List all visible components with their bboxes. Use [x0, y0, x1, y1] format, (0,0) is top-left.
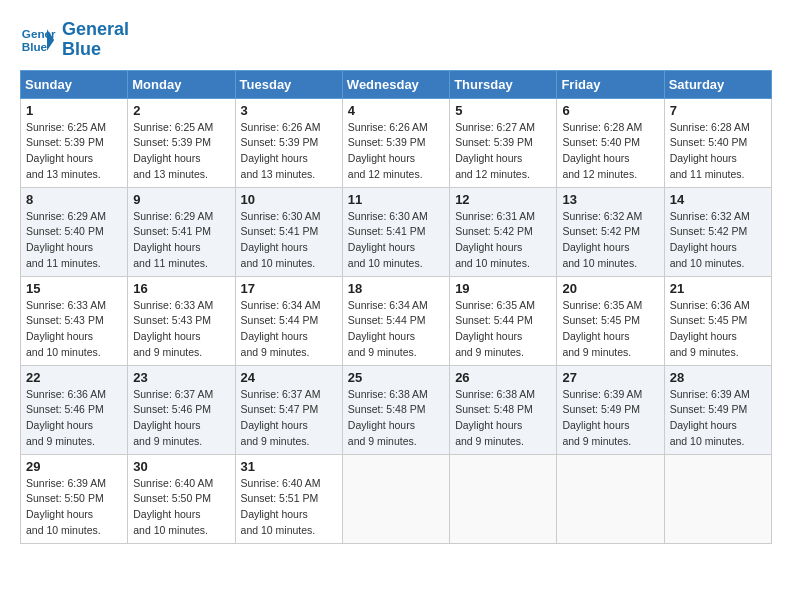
- calendar-week-2: 8Sunrise: 6:29 AMSunset: 5:40 PMDaylight…: [21, 187, 772, 276]
- calendar-cell: 16Sunrise: 6:33 AMSunset: 5:43 PMDayligh…: [128, 276, 235, 365]
- calendar-cell: 7Sunrise: 6:28 AMSunset: 5:40 PMDaylight…: [664, 98, 771, 187]
- day-number: 27: [562, 370, 658, 385]
- day-info: Sunrise: 6:32 AMSunset: 5:42 PMDaylight …: [670, 209, 766, 272]
- day-number: 28: [670, 370, 766, 385]
- day-info: Sunrise: 6:33 AMSunset: 5:43 PMDaylight …: [26, 298, 122, 361]
- calendar-table: SundayMondayTuesdayWednesdayThursdayFrid…: [20, 70, 772, 544]
- day-number: 11: [348, 192, 444, 207]
- day-number: 1: [26, 103, 122, 118]
- day-info: Sunrise: 6:37 AMSunset: 5:46 PMDaylight …: [133, 387, 229, 450]
- calendar-cell: 22Sunrise: 6:36 AMSunset: 5:46 PMDayligh…: [21, 365, 128, 454]
- calendar-cell: 3Sunrise: 6:26 AMSunset: 5:39 PMDaylight…: [235, 98, 342, 187]
- day-info: Sunrise: 6:26 AMSunset: 5:39 PMDaylight …: [348, 120, 444, 183]
- day-info: Sunrise: 6:25 AMSunset: 5:39 PMDaylight …: [26, 120, 122, 183]
- calendar-cell: [342, 454, 449, 543]
- calendar-cell: 31Sunrise: 6:40 AMSunset: 5:51 PMDayligh…: [235, 454, 342, 543]
- day-info: Sunrise: 6:26 AMSunset: 5:39 PMDaylight …: [241, 120, 337, 183]
- day-number: 5: [455, 103, 551, 118]
- day-number: 2: [133, 103, 229, 118]
- day-number: 20: [562, 281, 658, 296]
- weekday-header-monday: Monday: [128, 70, 235, 98]
- day-info: Sunrise: 6:40 AMSunset: 5:50 PMDaylight …: [133, 476, 229, 539]
- weekday-header-sunday: Sunday: [21, 70, 128, 98]
- calendar-cell: 13Sunrise: 6:32 AMSunset: 5:42 PMDayligh…: [557, 187, 664, 276]
- day-info: Sunrise: 6:29 AMSunset: 5:41 PMDaylight …: [133, 209, 229, 272]
- calendar-cell: 28Sunrise: 6:39 AMSunset: 5:49 PMDayligh…: [664, 365, 771, 454]
- day-number: 26: [455, 370, 551, 385]
- calendar-cell: 21Sunrise: 6:36 AMSunset: 5:45 PMDayligh…: [664, 276, 771, 365]
- day-number: 7: [670, 103, 766, 118]
- page-header: General Blue GeneralBlue: [20, 20, 772, 60]
- day-info: Sunrise: 6:32 AMSunset: 5:42 PMDaylight …: [562, 209, 658, 272]
- day-number: 29: [26, 459, 122, 474]
- day-number: 22: [26, 370, 122, 385]
- logo-text: GeneralBlue: [62, 20, 129, 60]
- day-number: 13: [562, 192, 658, 207]
- calendar-cell: 15Sunrise: 6:33 AMSunset: 5:43 PMDayligh…: [21, 276, 128, 365]
- day-info: Sunrise: 6:35 AMSunset: 5:45 PMDaylight …: [562, 298, 658, 361]
- day-info: Sunrise: 6:34 AMSunset: 5:44 PMDaylight …: [241, 298, 337, 361]
- day-info: Sunrise: 6:38 AMSunset: 5:48 PMDaylight …: [455, 387, 551, 450]
- calendar-cell: 12Sunrise: 6:31 AMSunset: 5:42 PMDayligh…: [450, 187, 557, 276]
- day-info: Sunrise: 6:34 AMSunset: 5:44 PMDaylight …: [348, 298, 444, 361]
- day-info: Sunrise: 6:39 AMSunset: 5:49 PMDaylight …: [670, 387, 766, 450]
- weekday-header-wednesday: Wednesday: [342, 70, 449, 98]
- day-number: 6: [562, 103, 658, 118]
- calendar-cell: 8Sunrise: 6:29 AMSunset: 5:40 PMDaylight…: [21, 187, 128, 276]
- calendar-cell: 2Sunrise: 6:25 AMSunset: 5:39 PMDaylight…: [128, 98, 235, 187]
- day-number: 21: [670, 281, 766, 296]
- calendar-cell: 17Sunrise: 6:34 AMSunset: 5:44 PMDayligh…: [235, 276, 342, 365]
- calendar-week-1: 1Sunrise: 6:25 AMSunset: 5:39 PMDaylight…: [21, 98, 772, 187]
- calendar-cell: 4Sunrise: 6:26 AMSunset: 5:39 PMDaylight…: [342, 98, 449, 187]
- calendar-cell: 10Sunrise: 6:30 AMSunset: 5:41 PMDayligh…: [235, 187, 342, 276]
- day-number: 12: [455, 192, 551, 207]
- logo-icon: General Blue: [20, 22, 56, 58]
- day-number: 8: [26, 192, 122, 207]
- calendar-cell: 23Sunrise: 6:37 AMSunset: 5:46 PMDayligh…: [128, 365, 235, 454]
- day-number: 31: [241, 459, 337, 474]
- calendar-cell: 11Sunrise: 6:30 AMSunset: 5:41 PMDayligh…: [342, 187, 449, 276]
- day-number: 9: [133, 192, 229, 207]
- day-info: Sunrise: 6:38 AMSunset: 5:48 PMDaylight …: [348, 387, 444, 450]
- day-info: Sunrise: 6:30 AMSunset: 5:41 PMDaylight …: [348, 209, 444, 272]
- day-info: Sunrise: 6:39 AMSunset: 5:49 PMDaylight …: [562, 387, 658, 450]
- day-info: Sunrise: 6:29 AMSunset: 5:40 PMDaylight …: [26, 209, 122, 272]
- calendar-cell: 25Sunrise: 6:38 AMSunset: 5:48 PMDayligh…: [342, 365, 449, 454]
- svg-text:Blue: Blue: [22, 40, 48, 53]
- day-number: 30: [133, 459, 229, 474]
- day-info: Sunrise: 6:36 AMSunset: 5:45 PMDaylight …: [670, 298, 766, 361]
- calendar-week-5: 29Sunrise: 6:39 AMSunset: 5:50 PMDayligh…: [21, 454, 772, 543]
- calendar-week-3: 15Sunrise: 6:33 AMSunset: 5:43 PMDayligh…: [21, 276, 772, 365]
- calendar-cell: 26Sunrise: 6:38 AMSunset: 5:48 PMDayligh…: [450, 365, 557, 454]
- day-number: 18: [348, 281, 444, 296]
- day-info: Sunrise: 6:28 AMSunset: 5:40 PMDaylight …: [562, 120, 658, 183]
- day-number: 3: [241, 103, 337, 118]
- calendar-cell: [557, 454, 664, 543]
- day-info: Sunrise: 6:39 AMSunset: 5:50 PMDaylight …: [26, 476, 122, 539]
- calendar-cell: 19Sunrise: 6:35 AMSunset: 5:44 PMDayligh…: [450, 276, 557, 365]
- calendar-cell: [664, 454, 771, 543]
- weekday-header-saturday: Saturday: [664, 70, 771, 98]
- day-info: Sunrise: 6:27 AMSunset: 5:39 PMDaylight …: [455, 120, 551, 183]
- calendar-cell: 5Sunrise: 6:27 AMSunset: 5:39 PMDaylight…: [450, 98, 557, 187]
- day-info: Sunrise: 6:36 AMSunset: 5:46 PMDaylight …: [26, 387, 122, 450]
- day-info: Sunrise: 6:35 AMSunset: 5:44 PMDaylight …: [455, 298, 551, 361]
- calendar-cell: 1Sunrise: 6:25 AMSunset: 5:39 PMDaylight…: [21, 98, 128, 187]
- calendar-cell: 30Sunrise: 6:40 AMSunset: 5:50 PMDayligh…: [128, 454, 235, 543]
- day-number: 10: [241, 192, 337, 207]
- calendar-cell: [450, 454, 557, 543]
- day-info: Sunrise: 6:40 AMSunset: 5:51 PMDaylight …: [241, 476, 337, 539]
- calendar-cell: 27Sunrise: 6:39 AMSunset: 5:49 PMDayligh…: [557, 365, 664, 454]
- day-info: Sunrise: 6:28 AMSunset: 5:40 PMDaylight …: [670, 120, 766, 183]
- day-number: 16: [133, 281, 229, 296]
- calendar-cell: 24Sunrise: 6:37 AMSunset: 5:47 PMDayligh…: [235, 365, 342, 454]
- day-number: 17: [241, 281, 337, 296]
- day-number: 4: [348, 103, 444, 118]
- calendar-cell: 29Sunrise: 6:39 AMSunset: 5:50 PMDayligh…: [21, 454, 128, 543]
- calendar-cell: 14Sunrise: 6:32 AMSunset: 5:42 PMDayligh…: [664, 187, 771, 276]
- weekday-header-friday: Friday: [557, 70, 664, 98]
- weekday-header-tuesday: Tuesday: [235, 70, 342, 98]
- day-number: 15: [26, 281, 122, 296]
- day-number: 23: [133, 370, 229, 385]
- day-info: Sunrise: 6:37 AMSunset: 5:47 PMDaylight …: [241, 387, 337, 450]
